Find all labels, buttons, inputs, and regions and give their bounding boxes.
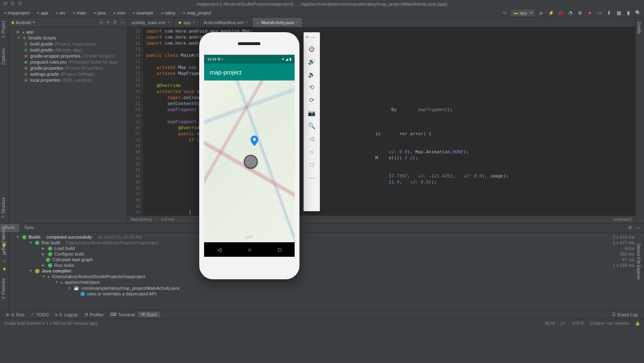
tree-build-gradle-project: ▣build.gradle (Project: mapproject) xyxy=(9,41,127,47)
avatar-marker[interactable] xyxy=(244,155,258,169)
emu-home-icon[interactable]: ○ xyxy=(307,147,316,156)
search-icon[interactable]: 🔍 xyxy=(635,10,641,16)
device-screen[interactable]: 12:19 ⚙ ▪ ▾◢▮ map-project here ◁ ○ □ xyxy=(204,55,295,257)
emulator: 12:19 ⚙ ▪ ▾◢▮ map-project here ◁ ○ □ ✕ —… xyxy=(199,32,320,279)
apply-changes-icon[interactable]: ⚡ xyxy=(548,10,554,16)
android-icon: ◆ xyxy=(11,20,14,25)
tool-window-bar: ▶4: Run ✓TODO ≡6: Logcat ◔Profiler ⌨Term… xyxy=(0,310,644,319)
tab-build-variants[interactable]: Build Variants xyxy=(0,223,7,253)
debug-small-icon: ▪ xyxy=(222,57,223,61)
sync-icon[interactable]: ⟲ xyxy=(502,10,507,16)
tree-proguard: ▣proguard-rules.pro (ProGuard Rules for … xyxy=(9,59,127,65)
titlebar: mapproject [~/AndroidStudioProjects/mapp… xyxy=(0,0,644,8)
settings-icon[interactable]: ✢ xyxy=(106,20,110,25)
emu-overview-icon[interactable]: □ xyxy=(307,160,316,169)
app-toolbar: map-project xyxy=(204,64,295,80)
run-config-selector[interactable]: ▬app xyxy=(511,10,535,16)
recents-key[interactable]: □ xyxy=(278,247,281,253)
tab-mainactivity[interactable]: ●MainActivity.java× xyxy=(252,18,303,27)
tab-project[interactable]: 1: Project xyxy=(0,19,7,40)
profiler-icon[interactable]: ◔ xyxy=(568,10,573,16)
phone-status-bar: 12:19 ⚙ ▪ ▾◢▮ xyxy=(204,55,295,64)
minimize-window[interactable] xyxy=(10,1,15,6)
map-view[interactable]: here xyxy=(204,80,295,242)
navigation-toolbar: ▸mapproject〉 ▸app〉 ▸src〉 ▸main〉 ▸java〉 ▸… xyxy=(0,8,644,18)
debug-icon[interactable]: 🐞 xyxy=(558,10,564,16)
maximize-window[interactable] xyxy=(18,1,22,6)
gear-small-icon: ⚙ xyxy=(217,57,221,61)
tab-activity-main[interactable]: activity_main.xml× xyxy=(128,18,174,27)
crumb-example[interactable]: ▸example xyxy=(132,10,155,15)
crumb-map_project[interactable]: ▸map_project xyxy=(182,10,213,15)
back-key[interactable]: ◁ xyxy=(217,247,221,253)
emu-minimize-icon[interactable]: — xyxy=(311,35,315,39)
context[interactable]: Context: <no context> xyxy=(590,321,630,326)
hide-panel-icon[interactable]: — xyxy=(120,20,125,25)
project-view-selector[interactable]: Android xyxy=(16,20,31,25)
crumb-src[interactable]: ▸src xyxy=(55,10,67,15)
gear-icon[interactable]: ⚙ xyxy=(113,20,117,25)
build-output[interactable]: ▼✓ Build: completed successfully at 10/2… xyxy=(9,233,644,310)
tool-profiler[interactable]: ◔Profiler xyxy=(81,312,107,317)
file-encoding[interactable]: UTF-8: xyxy=(572,321,584,326)
map-marker-icon[interactable] xyxy=(249,136,260,146)
project-panel: ◆ Android ▾ ⊖ ✢ ⚙ — ▶▸app ▼◉Gradle Scrip… xyxy=(9,18,128,223)
build-settings-icon[interactable]: ⚙ xyxy=(628,225,632,231)
avd-manager-icon[interactable]: ▭ xyxy=(597,10,602,16)
zoom-icon[interactable]: 🔍 xyxy=(307,122,316,130)
camera-icon[interactable]: 📷 xyxy=(307,109,316,118)
layout-inspector-icon[interactable]: ▦ xyxy=(616,10,621,16)
tree-build-gradle-app: ▣build.gradle (Module: app) xyxy=(9,47,127,53)
tab-favorites[interactable]: 2: Favorites xyxy=(0,276,7,301)
window-title: mapproject [~/AndroidStudioProjects/mapp… xyxy=(197,2,447,6)
tab-device-explorer[interactable]: Device File Explorer xyxy=(635,241,642,282)
editor-tabs: activity_main.xml× ◆app× AndroidManifest… xyxy=(128,18,635,27)
crumb-app[interactable]: ▸app xyxy=(36,10,49,15)
crumb-raboy[interactable]: ▸raboy xyxy=(160,10,177,15)
tool-todo[interactable]: ✓TODO xyxy=(27,312,52,317)
tree-local-properties: ▣local.properties (SDK Location) xyxy=(9,77,127,83)
tool-build[interactable]: ⚒Build xyxy=(138,312,160,317)
emu-close-icon[interactable]: ✕ xyxy=(305,35,309,39)
collapse-icon[interactable]: ⊖ xyxy=(99,20,103,25)
rotate-left-icon[interactable]: ⟲ xyxy=(307,83,316,92)
run-icon[interactable]: ▶ xyxy=(539,10,544,16)
project-tree[interactable]: ▶▸app ▼◉Gradle Scripts ▣build.gradle (Pr… xyxy=(9,27,127,85)
tab-manifest[interactable]: AndroidManifest.xml× xyxy=(200,18,253,27)
tool-logcat[interactable]: ≡6: Logcat xyxy=(52,312,81,317)
emu-back-icon[interactable]: ◁ xyxy=(307,134,316,143)
sdk-manager-icon[interactable]: ⬇ xyxy=(606,10,612,16)
tab-captures[interactable]: Captures xyxy=(0,46,7,67)
volume-down-icon[interactable]: 🔉 xyxy=(307,70,316,79)
status-message: Gradle build finished in 1 s 560 ms (43 … xyxy=(4,321,97,326)
crumb-com[interactable]: ▸com xyxy=(112,10,126,15)
left-gutter-bottom: Build Variants 2: Favorites xyxy=(0,223,9,320)
line-separator[interactable]: LF: xyxy=(561,321,566,326)
crumb-main[interactable]: ▸main xyxy=(72,10,87,15)
tab-gradle[interactable]: Gradle xyxy=(636,19,642,36)
caret-position[interactable]: 38:49 xyxy=(545,321,555,326)
power-icon[interactable]: ⏻ xyxy=(307,44,316,53)
tool-terminal[interactable]: ⌨Terminal xyxy=(107,312,138,317)
home-key[interactable]: ○ xyxy=(248,247,251,253)
device-icon[interactable]: ▮ xyxy=(625,10,631,16)
battery-icon: ▮ xyxy=(289,57,291,61)
stop-icon[interactable]: ■ xyxy=(587,10,592,16)
subtab-sync[interactable]: Sync xyxy=(19,224,39,232)
tree-gradle-wrapper: ▣gradle-wrapper.properties (Gradle Versi… xyxy=(9,53,127,59)
attach-debugger-icon[interactable]: ⊕ xyxy=(577,10,583,16)
rotate-right-icon[interactable]: ⟳ xyxy=(307,96,316,105)
tab-app[interactable]: ◆app× xyxy=(174,18,200,27)
tree-app: ▶▸app xyxy=(9,29,127,35)
tool-eventlog[interactable]: ☰Event Log xyxy=(609,312,641,317)
here-logo: here xyxy=(245,233,254,240)
volume-up-icon[interactable]: 🔊 xyxy=(307,57,316,66)
emu-more-icon[interactable]: ⋯ xyxy=(307,173,316,182)
build-hide-icon[interactable]: — xyxy=(635,225,640,231)
crumb-java[interactable]: ▸java xyxy=(93,10,107,15)
tab-structure[interactable]: 7: Structure xyxy=(0,195,7,221)
crumb-mapproject[interactable]: ▸mapproject xyxy=(3,10,31,15)
lock-icon[interactable]: 🔒 xyxy=(635,321,640,326)
soft-keys: ◁ ○ □ xyxy=(204,242,295,257)
close-window[interactable] xyxy=(3,1,8,6)
